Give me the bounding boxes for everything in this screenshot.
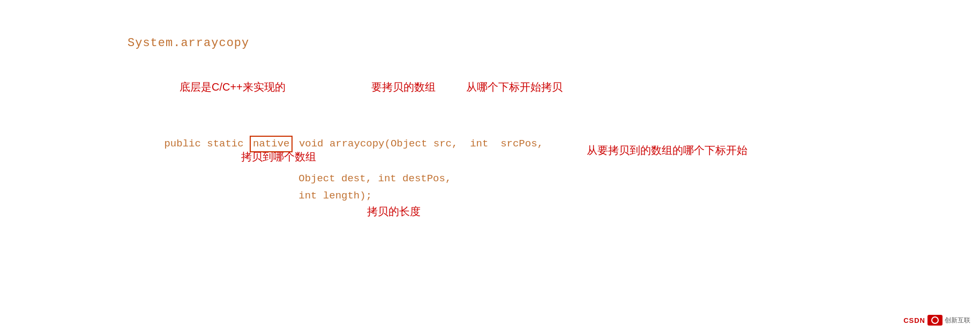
code-line-3: int length); [128, 187, 543, 204]
page-container: System.arraycopy 底层是C/C++来实现的 要拷贝的数组 从哪个… [0, 0, 980, 332]
annotation-bottom-layer: 底层是C/C++来实现的 [179, 79, 286, 94]
code-rest-1: void arraycopy(Object src, int srcPos, [293, 138, 543, 150]
code-block: public static native void arraycopy(Obje… [128, 118, 543, 204]
watermark-brand-text: 创新互联 [945, 316, 970, 325]
annotation-dest-index: 从要拷贝到的数组的哪个下标开始 [587, 142, 747, 158]
annotation-src-array: 要拷贝的数组 [371, 79, 436, 94]
annotation-copy-to-array: 拷贝到哪个数组 [241, 149, 316, 164]
watermark-logo [927, 315, 942, 326]
annotation-from-index: 从哪个下标开始拷贝 [466, 79, 563, 94]
annotation-copy-length: 拷贝的长度 [367, 204, 421, 219]
watermark: CSDN 创新互联 [903, 315, 970, 326]
code-line-2: Object dest, int destPos, [128, 170, 543, 187]
watermark-logo-icon [931, 316, 939, 324]
keyword-public: public static [164, 138, 250, 150]
watermark-csdn-text: CSDN [903, 316, 925, 324]
title: System.arraycopy [128, 36, 249, 50]
code-line-1: public static native void arraycopy(Obje… [128, 118, 543, 170]
